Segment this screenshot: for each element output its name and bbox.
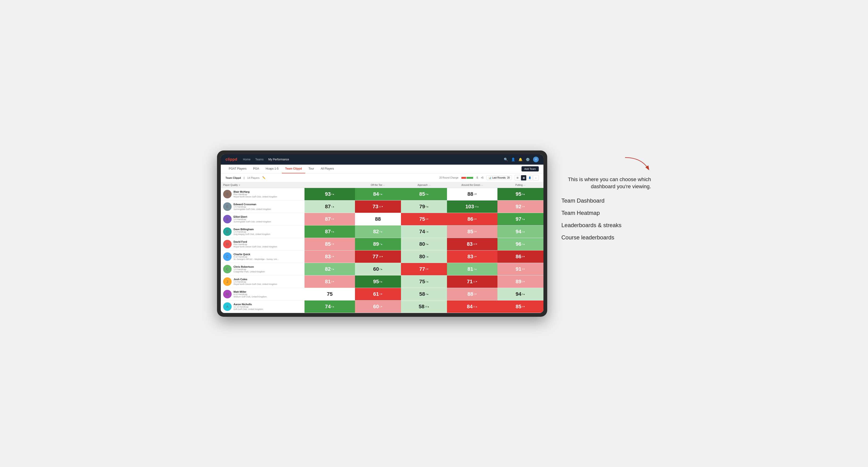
score-box: 75: [305, 288, 355, 300]
score-change: 8▲: [426, 193, 429, 195]
score-cell-approach: 80 1▲: [401, 250, 447, 263]
person-icon[interactable]: 👤: [511, 158, 515, 161]
tab-all-players[interactable]: All Players: [317, 164, 337, 173]
score-value: 83: [325, 254, 331, 259]
player-handicap: 11-15 Handicap: [234, 306, 263, 308]
arrow-svg: [623, 155, 651, 174]
score-box: 92 3▼: [497, 200, 544, 213]
tab-team-clippd[interactable]: Team Clippd: [282, 164, 305, 173]
score-box: 61 3▼: [355, 288, 401, 300]
score-cell-tee: 89 7▲: [355, 238, 401, 250]
table-row: C Chris Robertson 1-5 Handicap Craigmill…: [221, 263, 544, 275]
player-avatar: M: [223, 290, 231, 299]
tab-pga[interactable]: PGA: [250, 164, 262, 173]
score-cell-green: 71 11▼: [447, 275, 497, 288]
score-value: 87: [325, 217, 331, 222]
player-cell[interactable]: D David Ford Plus Handicap Royal North D…: [221, 238, 305, 250]
player-cell[interactable]: C Chris Robertson 1-5 Handicap Craigmill…: [221, 263, 305, 275]
score-cell-tee: 88: [355, 213, 401, 225]
score-value: 85: [516, 304, 521, 309]
score-box: 58 4▲: [401, 288, 447, 300]
player-avatar: B: [223, 190, 231, 198]
player-cell[interactable]: A Aaron Nicholls 11-15 Handicap Drift Go…: [221, 300, 305, 313]
score-change: 4▲: [426, 293, 429, 295]
player-cell[interactable]: D Dave Billingham 1-5 Handicap Gog Magog…: [221, 225, 305, 238]
score-change: 3▼: [426, 268, 429, 270]
score-cell-approach: 75 3▼: [401, 213, 447, 225]
player-info: Dave Billingham 1-5 Handicap Gog Magog G…: [234, 228, 270, 236]
score-value: 89: [373, 242, 379, 247]
nav-logo[interactable]: clippd: [225, 157, 237, 161]
score-change: 15▲: [474, 206, 479, 208]
add-team-button[interactable]: Add Team: [522, 166, 539, 172]
score-box: 74 1▲: [401, 225, 447, 238]
settings-icon[interactable]: ⚙️: [526, 158, 530, 161]
player-name: Aaron Nicholls: [234, 303, 263, 306]
view-person-button[interactable]: 👤: [527, 175, 533, 181]
player-handicap: 1-5 Handicap: [234, 268, 265, 271]
bell-icon[interactable]: 🔔: [519, 158, 522, 161]
player-cell[interactable]: M Matt Miller 6-10 Handicap Woburn Golf …: [221, 288, 305, 300]
player-cell[interactable]: B Blair McHarg Plus Handicap Royal North…: [221, 188, 305, 200]
nav-link-teams[interactable]: Teams: [255, 158, 264, 161]
tab-tour[interactable]: Tour: [305, 164, 317, 173]
option-team-dashboard[interactable]: Team Dashboard: [561, 197, 651, 204]
nav-links: Home Teams My Performance: [243, 158, 498, 161]
score-cell-green: 85 3▼: [447, 225, 497, 238]
view-download-button[interactable]: ↓: [533, 175, 539, 181]
score-change: 6▼: [474, 255, 477, 258]
view-list-button[interactable]: ▦: [521, 175, 526, 181]
score-change: 1▼: [379, 305, 382, 308]
score-cell-putting: 86 8▼: [497, 250, 544, 263]
player-name: Chris Robertson: [234, 266, 265, 268]
sub-nav: PGAT Players PGA Hcaps 1-5 Team Clippd T…: [221, 165, 544, 174]
player-cell[interactable]: E Edward Crossman 1-5 Handicap Sunningda…: [221, 200, 305, 213]
nav-link-my-performance[interactable]: My Performance: [268, 158, 289, 161]
player-cell[interactable]: J Josh Coles 1-5 Handicap Royal North De…: [221, 275, 305, 288]
score-box: 88 1▼: [447, 188, 497, 200]
player-info: Charlie Quick 6-10 Handicap St. George's…: [234, 253, 279, 260]
tab-pgat-players[interactable]: PGAT Players: [225, 164, 250, 173]
score-cell-green: 88 1▼: [447, 188, 497, 200]
tablet-screen: clippd Home Teams My Performance 🔍 👤 🔔 ⚙…: [221, 154, 544, 313]
score-cell-tee: 82 4▲: [355, 225, 401, 238]
score-cell-putting: 94 1▲: [497, 225, 544, 238]
score-box: 86 6▼: [447, 213, 497, 225]
score-box: 83 3▼: [305, 250, 355, 263]
separator: |: [244, 177, 244, 179]
score-value: 84: [373, 191, 379, 197]
player-name: Josh Coles: [234, 278, 277, 281]
player-cell[interactable]: E Elliot Ebert 1-5 Handicap Sunningdale …: [221, 213, 305, 225]
score-box: 87 3▼: [305, 213, 355, 225]
score-change: 9▲: [522, 193, 525, 195]
avatar[interactable]: U: [533, 157, 539, 162]
score-box: 85 3▼: [305, 238, 355, 250]
edit-icon[interactable]: ✏️: [262, 176, 266, 179]
score-cell-approach: 75 2▲: [401, 275, 447, 288]
score-change: 1▲: [522, 230, 525, 233]
option-team-heatmap[interactable]: Team Heatmap: [561, 210, 651, 216]
option-leaderboards[interactable]: Leaderboards & streaks: [561, 222, 651, 228]
score-box: 74 8▲: [305, 301, 355, 313]
score-cell-approach: 79 9▲: [401, 200, 447, 213]
option-course-leaderboards[interactable]: Course leaderboards: [561, 234, 651, 241]
score-change: 2▲: [379, 268, 382, 270]
player-club: St. George's Hill GC - Weybridge - Surre…: [234, 258, 279, 260]
player-cell[interactable]: C Charlie Quick 6-10 Handicap St. George…: [221, 250, 305, 263]
score-box: 89 7▲: [355, 238, 401, 250]
view-grid-button[interactable]: ⊞: [515, 175, 520, 181]
score-box: 84 6▲: [355, 188, 401, 200]
score-cell-tee: 77 14▼: [355, 250, 401, 263]
table-row: D David Ford Plus Handicap Royal North D…: [221, 238, 544, 250]
nav-link-home[interactable]: Home: [243, 158, 250, 161]
player-handicap: Plus Handicap: [234, 193, 277, 195]
score-value: 85: [419, 191, 425, 197]
player-info: Josh Coles 1-5 Handicap Royal North Devo…: [234, 278, 277, 285]
score-value: 87: [325, 204, 331, 209]
search-icon[interactable]: 🔍: [504, 158, 508, 161]
score-change: 7▲: [379, 243, 382, 245]
annotation-arrow: [561, 155, 651, 174]
score-box: 95 9▲: [497, 188, 544, 200]
tab-hcaps[interactable]: Hcaps 1-5: [262, 164, 282, 173]
last-rounds-button[interactable]: 📊 Last Rounds: 20: [486, 176, 512, 180]
